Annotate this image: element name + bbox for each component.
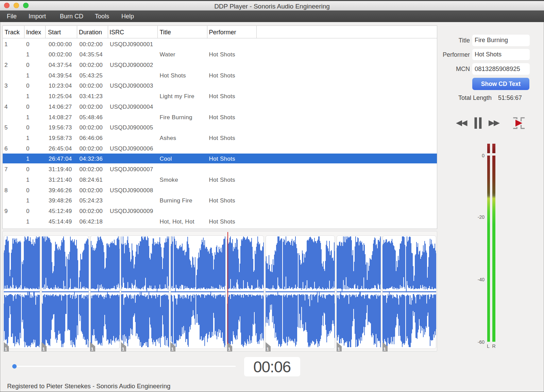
svg-text:1: 1 bbox=[266, 346, 269, 352]
svg-text:1: 1 bbox=[122, 346, 124, 352]
svg-text:1: 1 bbox=[383, 346, 386, 352]
svg-text:1: 1 bbox=[228, 346, 231, 352]
svg-text:1: 1 bbox=[337, 346, 340, 352]
svg-text:1: 1 bbox=[171, 346, 174, 352]
svg-text:1: 1 bbox=[91, 346, 94, 352]
svg-text:1: 1 bbox=[42, 346, 45, 352]
svg-text:1: 1 bbox=[4, 346, 7, 352]
